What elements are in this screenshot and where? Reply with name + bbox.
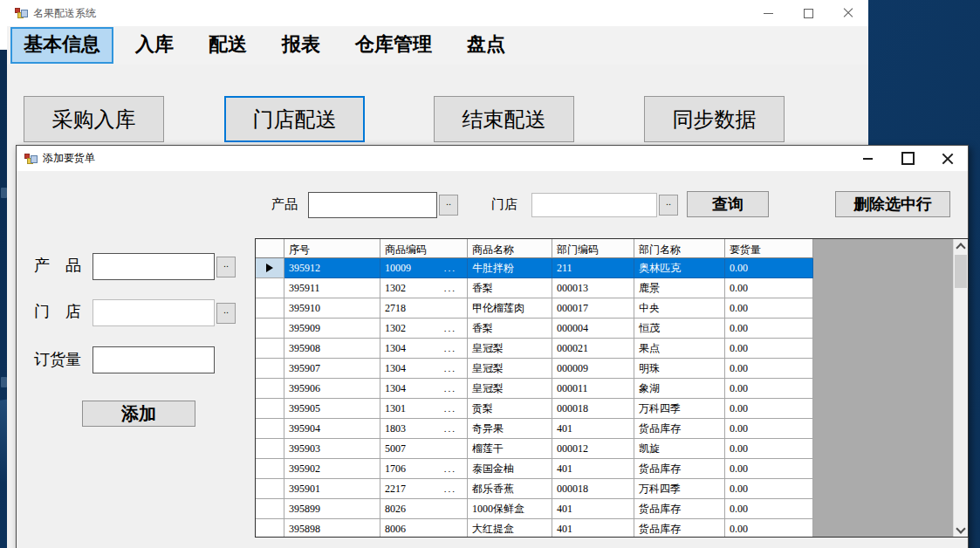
cell-row-selector[interactable] [256, 499, 284, 519]
cell-seq[interactable]: 395904 [284, 419, 380, 439]
cell-qty[interactable]: 0.00 [725, 319, 813, 339]
cell-product-name[interactable]: 都乐香蕉 [468, 479, 552, 499]
main-titlebar[interactable]: 名果配送系统 [7, 0, 868, 26]
cell-dept-name[interactable]: 货品库存 [634, 459, 725, 479]
cell-row-selector[interactable] [256, 399, 284, 419]
table-row[interactable]: 3959051301...贡梨000018万科四季0.00 [256, 399, 813, 419]
cell-seq[interactable]: 395905 [284, 399, 380, 419]
cell-seq[interactable]: 395906 [284, 379, 380, 399]
cell-seq[interactable]: 395910 [284, 298, 380, 319]
table-row[interactable]: 3959111302...香梨000013鹿景0.00 [256, 278, 813, 298]
cell-qty[interactable]: 0.00 [725, 298, 813, 319]
cell-product-name[interactable]: 大红提盒 [468, 519, 552, 537]
toolbar-button-1[interactable]: 门店配送 [224, 96, 365, 142]
delete-selected-rows-button[interactable]: 删除选中行 [835, 191, 950, 217]
cell-product-code[interactable]: 1302... [380, 319, 468, 339]
cell-dept-code[interactable]: 401 [552, 519, 634, 537]
cell-row-selector[interactable] [256, 439, 284, 459]
cell-product-name[interactable]: 榴莲干 [468, 439, 552, 459]
cell-product-code[interactable]: 1302... [380, 278, 468, 298]
dialog-titlebar[interactable]: 添加要货单 [17, 146, 968, 171]
dialog-minimize-button[interactable] [847, 146, 887, 171]
cell-row-selector[interactable] [256, 339, 284, 359]
grid-scrollbar[interactable] [953, 239, 968, 537]
grid-column-header[interactable]: 商品编码 [380, 239, 468, 258]
cell-dept-code[interactable]: 211 [552, 258, 634, 278]
entry-product-browse-button[interactable]: .. [216, 257, 236, 277]
search-store-browse-button[interactable]: .. [659, 195, 678, 216]
cell-dept-code[interactable]: 000012 [552, 439, 634, 459]
cell-seq[interactable]: 395911 [284, 278, 380, 298]
close-button[interactable] [828, 0, 868, 26]
cell-seq[interactable]: 395898 [284, 519, 380, 537]
dialog-close-button[interactable] [928, 146, 968, 171]
add-button[interactable]: 添加 [82, 401, 195, 427]
toolbar-button-3[interactable]: 同步数据 [644, 96, 785, 142]
entry-store-input[interactable] [93, 299, 215, 326]
cell-dept-name[interactable]: 万科四季 [634, 479, 725, 499]
query-button[interactable]: 查询 [687, 191, 769, 217]
entry-store-browse-button[interactable]: .. [216, 303, 236, 324]
cell-dept-name[interactable]: 货品库存 [634, 499, 725, 519]
cell-product-name[interactable]: 甲伦榴莲肉 [468, 298, 552, 319]
entry-qty-input[interactable] [93, 346, 215, 373]
cell-qty[interactable]: 0.00 [725, 439, 813, 459]
cell-seq[interactable]: 395907 [284, 359, 380, 379]
cell-product-code[interactable]: 1304... [380, 359, 468, 379]
cell-product-code[interactable]: 5007 [380, 439, 468, 459]
cell-dept-name[interactable]: 鹿景 [634, 278, 725, 298]
cell-product-name[interactable]: 皇冠梨 [468, 379, 552, 399]
table-row[interactable]: 3959071304...皇冠梨000009明珠0.00 [256, 359, 813, 379]
cell-product-name[interactable]: 香梨 [468, 278, 552, 298]
cell-dept-name[interactable]: 万科四季 [634, 399, 725, 419]
cell-row-selector[interactable] [256, 459, 284, 479]
cell-dept-name[interactable]: 中央 [634, 298, 725, 319]
toolbar-button-0[interactable]: 采购入库 [24, 96, 164, 142]
cell-row-selector[interactable] [256, 298, 284, 319]
cell-row-selector[interactable] [256, 379, 284, 399]
cell-qty[interactable]: 0.00 [725, 519, 813, 537]
menu-item-0[interactable]: 基本信息 [10, 27, 113, 64]
cell-product-name[interactable]: 皇冠梨 [468, 339, 552, 359]
grid-column-header[interactable]: 要货量 [725, 239, 813, 258]
table-row[interactable]: 3959102718甲伦榴莲肉000017中央0.00 [256, 298, 813, 319]
grid-column-header[interactable]: 序号 [284, 239, 380, 258]
menu-item-2[interactable]: 配送 [195, 27, 260, 64]
cell-qty[interactable]: 0.00 [725, 459, 813, 479]
cell-product-code[interactable]: 1803... [380, 419, 468, 439]
cell-product-code[interactable]: 2718 [380, 298, 468, 319]
cell-qty[interactable]: 0.00 [725, 499, 813, 519]
grid-column-header[interactable]: 部门编码 [552, 239, 634, 258]
table-row[interactable]: 39589980261000保鲜盒401货品库存0.00 [256, 499, 813, 519]
cell-dept-name[interactable]: 凯旋 [634, 439, 725, 459]
cell-dept-code[interactable]: 401 [552, 459, 634, 479]
cell-row-selector[interactable] [256, 319, 284, 339]
cell-seq[interactable]: 395899 [284, 499, 380, 519]
cell-dept-name[interactable]: 奥林匹克 [634, 258, 725, 278]
grid-column-header[interactable]: 商品名称 [468, 239, 552, 258]
table-row[interactable]: 3959035007榴莲干000012凯旋0.00 [256, 439, 813, 459]
table-row[interactable]: 3959041803...奇异果401货品库存0.00 [256, 419, 813, 439]
table-row[interactable]: 3959012217...都乐香蕉000018万科四季0.00 [256, 479, 813, 499]
search-store-input[interactable] [531, 193, 657, 217]
cell-dept-code[interactable]: 000021 [552, 339, 634, 359]
cell-product-code[interactable]: 2217... [380, 479, 468, 499]
cell-qty[interactable]: 0.00 [725, 339, 813, 359]
grid-column-header[interactable]: 部门名称 [634, 239, 725, 258]
cell-product-name[interactable]: 奇异果 [468, 419, 552, 439]
cell-dept-code[interactable]: 000009 [552, 359, 634, 379]
entry-product-input[interactable] [93, 253, 215, 280]
scrollbar-thumb[interactable] [955, 255, 967, 288]
cell-product-code[interactable]: 10009... [380, 258, 468, 278]
cell-seq[interactable]: 395909 [284, 319, 380, 339]
cell-dept-name[interactable]: 货品库存 [634, 419, 725, 439]
cell-dept-name[interactable]: 恒茂 [634, 319, 725, 339]
cell-qty[interactable]: 0.00 [725, 379, 813, 399]
cell-dept-code[interactable]: 401 [552, 499, 634, 519]
table-row[interactable]: 3959091302...香梨000004恒茂0.00 [256, 319, 813, 339]
cell-seq[interactable]: 395903 [284, 439, 380, 459]
cell-dept-code[interactable]: 000004 [552, 319, 634, 339]
cell-product-name[interactable]: 皇冠梨 [468, 359, 552, 379]
cell-dept-code[interactable]: 000018 [552, 399, 634, 419]
cell-product-code[interactable]: 1304... [380, 339, 468, 359]
